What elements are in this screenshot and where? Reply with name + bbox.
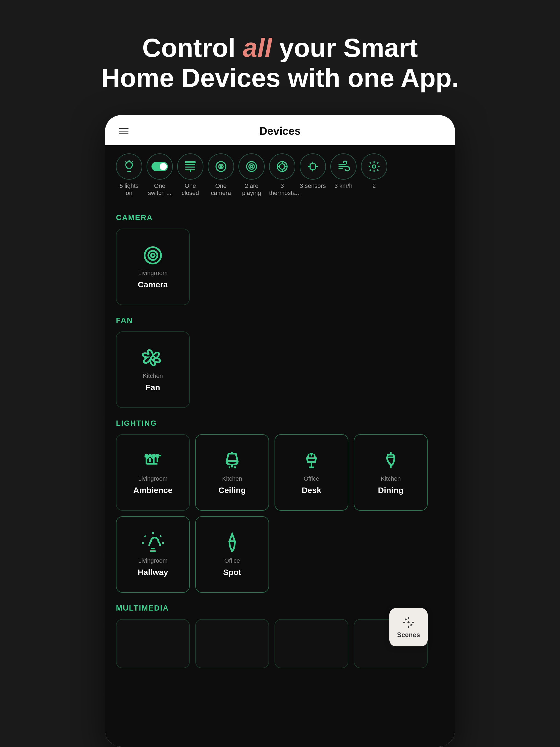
app-container: Devices 5 lights on bbox=[105, 115, 455, 747]
svg-line-47 bbox=[145, 536, 146, 537]
hallway-name: Hallway bbox=[137, 568, 168, 577]
svg-line-48 bbox=[160, 536, 161, 537]
svg-point-26 bbox=[145, 247, 161, 264]
headline-all: all bbox=[243, 33, 272, 62]
desk-lamp-icon bbox=[301, 450, 322, 472]
camera-room: Livingroom bbox=[138, 269, 168, 277]
filter-camera-icon-circle bbox=[208, 153, 234, 180]
misc-icon bbox=[367, 160, 381, 173]
camera-name: Camera bbox=[138, 280, 168, 289]
ceiling-name: Ceiling bbox=[219, 486, 246, 495]
filter-speaker[interactable]: 2 are playing bbox=[238, 153, 265, 197]
filter-switch-label: One switch ... bbox=[147, 182, 173, 197]
hamburger-button[interactable] bbox=[119, 128, 128, 134]
filter-thermostat[interactable]: 3 thermosta... bbox=[269, 153, 295, 197]
app-body: 5 lights on One switch ... bbox=[105, 145, 455, 747]
filter-switch[interactable]: One switch ... bbox=[147, 153, 173, 197]
spot-icon bbox=[221, 532, 243, 554]
filter-blind[interactable]: One closed bbox=[177, 153, 203, 197]
wind-icon bbox=[337, 160, 350, 173]
filter-camera[interactable]: One camera bbox=[208, 153, 234, 197]
filter-thermostat-icon-circle bbox=[269, 153, 295, 180]
filter-lights[interactable]: 5 lights on bbox=[116, 153, 142, 197]
multimedia-card-1[interactable] bbox=[116, 619, 190, 668]
device-card-kitchen-ceiling[interactable]: Kitchen Ceiling bbox=[195, 434, 269, 511]
filter-speaker-icon-circle bbox=[238, 153, 265, 180]
scenes-button[interactable]: Scenes bbox=[389, 608, 428, 646]
hallway-room: Livingroom bbox=[138, 557, 168, 564]
filter-wind[interactable]: 3 km/h bbox=[330, 153, 357, 197]
ambience-name: Ambience bbox=[133, 486, 172, 495]
filter-switch-icon-circle bbox=[147, 153, 173, 180]
lightbulb-icon bbox=[123, 160, 136, 173]
fan-device-icon bbox=[142, 347, 164, 369]
camera-filter-icon bbox=[214, 160, 228, 173]
svg-point-25 bbox=[373, 165, 376, 168]
section-fan-header: FAN bbox=[116, 316, 444, 325]
headline-part1: Control bbox=[142, 33, 243, 62]
scenes-icon bbox=[402, 616, 415, 629]
device-card-ambience[interactable]: Livingroom Ambience bbox=[116, 434, 190, 511]
filter-blind-icon-circle bbox=[177, 153, 203, 180]
section-lighting-header: LIGHTING bbox=[116, 419, 444, 428]
svg-point-13 bbox=[251, 165, 253, 168]
speaker-icon bbox=[245, 160, 258, 173]
ambience-room: Livingroom bbox=[138, 475, 168, 482]
device-card-livingroom-hallway[interactable]: Livingroom Hallway bbox=[116, 516, 190, 593]
svg-point-32 bbox=[153, 455, 155, 456]
headline: Control all your Smart Home Devices with… bbox=[101, 33, 459, 93]
hallway-bulb-icon bbox=[142, 532, 164, 554]
ceiling-room: Kitchen bbox=[222, 475, 242, 482]
filter-row: 5 lights on One switch ... bbox=[116, 153, 444, 200]
scenes-label: Scenes bbox=[397, 631, 420, 639]
desk-room: Office bbox=[304, 475, 319, 482]
filter-misc[interactable]: 2 bbox=[361, 153, 387, 197]
headline-line2: Home Devices with one App. bbox=[101, 63, 459, 93]
svg-point-11 bbox=[247, 162, 256, 172]
svg-line-58 bbox=[405, 620, 406, 620]
svg-point-60 bbox=[408, 622, 409, 623]
section-camera-header: CAMERA bbox=[116, 213, 444, 222]
filter-speaker-label: 2 are playing bbox=[238, 182, 265, 197]
desk-name: Desk bbox=[302, 486, 321, 495]
multimedia-card-2[interactable] bbox=[195, 619, 269, 668]
device-card-livingroom-camera[interactable]: Livingroom Camera bbox=[116, 229, 190, 305]
svg-rect-22 bbox=[310, 164, 315, 169]
fan-name: Fan bbox=[146, 383, 160, 392]
dining-name: Dining bbox=[378, 486, 403, 495]
svg-point-10 bbox=[220, 166, 222, 168]
filter-misc-label: 2 bbox=[373, 182, 376, 189]
headline-part2: your Smart bbox=[272, 33, 418, 62]
toggle-switch-icon bbox=[152, 162, 168, 171]
multimedia-card-3[interactable] bbox=[275, 619, 348, 668]
dining-light-icon bbox=[380, 450, 402, 472]
ceiling-light-icon bbox=[221, 450, 243, 472]
thermostat-icon bbox=[276, 160, 289, 173]
device-card-kitchen-dining[interactable]: Kitchen Dining bbox=[354, 434, 428, 511]
filter-wind-label: 3 km/h bbox=[334, 182, 353, 189]
dining-room: Kitchen bbox=[381, 475, 401, 482]
svg-point-27 bbox=[148, 251, 157, 260]
svg-point-33 bbox=[156, 455, 158, 456]
app-title: Devices bbox=[259, 125, 301, 137]
fan-grid: Kitchen Fan bbox=[116, 331, 444, 408]
sensor-icon bbox=[306, 160, 320, 173]
device-card-kitchen-fan[interactable]: Kitchen Fan bbox=[116, 331, 190, 408]
device-card-office-spot[interactable]: Office Spot bbox=[195, 516, 269, 593]
spot-room: Office bbox=[224, 557, 240, 564]
filter-lights-label: 5 lights on bbox=[116, 182, 142, 197]
blind-icon bbox=[184, 160, 197, 173]
fan-room: Kitchen bbox=[143, 372, 163, 380]
device-card-office-desk[interactable]: Office Desk bbox=[275, 434, 348, 511]
filter-blind-label: One closed bbox=[177, 182, 203, 197]
filter-sensor[interactable]: 3 sensors bbox=[300, 153, 326, 197]
svg-point-15 bbox=[279, 164, 285, 169]
filter-misc-icon-circle bbox=[361, 153, 387, 180]
filter-wind-icon-circle bbox=[330, 153, 357, 180]
camera-grid: Livingroom Camera bbox=[116, 229, 444, 305]
filter-thermostat-label: 3 thermosta... bbox=[269, 182, 295, 197]
svg-point-12 bbox=[249, 164, 254, 169]
svg-line-1 bbox=[125, 162, 126, 162]
svg-point-28 bbox=[151, 254, 154, 257]
led-strip-icon bbox=[142, 450, 164, 472]
